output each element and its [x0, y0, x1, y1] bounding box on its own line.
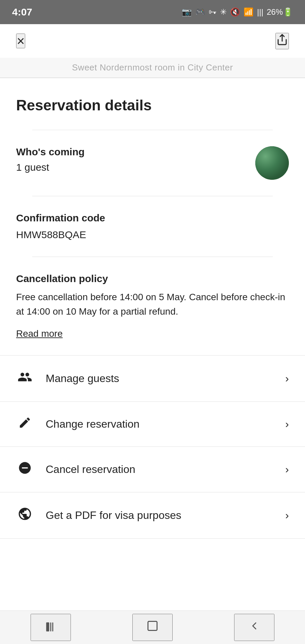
hamburger-icon	[45, 620, 57, 632]
globe-icon	[16, 506, 34, 524]
menu-item-manage-guests[interactable]: Manage guests ›	[0, 356, 305, 401]
chevron-right-icon-1: ›	[285, 372, 289, 385]
confirmation-section: Confirmation code HMW588BQAE	[16, 196, 289, 257]
status-icons: 📷 🎮 🗝 ✳ 🔇 📶 ||| 26%🔋	[182, 7, 293, 17]
manage-guests-label: Manage guests	[46, 372, 119, 385]
menu-item-left-4: Get a PDF for visa purposes	[16, 506, 181, 524]
confirmation-label: Confirmation code	[16, 212, 289, 224]
menu-item-cancel-reservation[interactable]: Cancel reservation ›	[0, 447, 305, 492]
status-time: 4:07	[12, 6, 32, 18]
chevron-right-icon-3: ›	[285, 463, 289, 476]
svg-rect-1	[46, 623, 49, 632]
close-button[interactable]: ×	[16, 34, 25, 48]
who-coming-info: Who's coming 1 guest	[16, 146, 85, 173]
chevron-right-icon-4: ›	[285, 509, 289, 522]
who-coming-section: Who's coming 1 guest	[16, 130, 289, 196]
status-bar: 4:07 📷 🎮 🗝 ✳ 🔇 📶 ||| 26%🔋	[0, 0, 305, 24]
menu-list: Manage guests › Change reservation › Can…	[0, 356, 305, 539]
menu-item-left-2: Change reservation	[16, 416, 139, 432]
mute-icon: 🔇	[230, 7, 240, 17]
key-icon: 🗝	[209, 7, 217, 17]
chevron-right-icon-2: ›	[285, 418, 289, 430]
cancel-icon	[16, 461, 34, 478]
cancellation-text: Free cancellation before 14:00 on 5 May.…	[16, 290, 289, 319]
confirmation-code: HMW588BQAE	[16, 229, 289, 240]
home-icon	[146, 620, 159, 632]
bottom-nav	[0, 610, 305, 644]
people-icon	[16, 370, 34, 387]
back-nav-button[interactable]	[234, 614, 274, 641]
cancellation-section: Cancellation policy Free cancellation be…	[16, 257, 289, 355]
menu-item-get-pdf[interactable]: Get a PDF for visa purposes ›	[0, 492, 305, 538]
top-nav: ×	[0, 24, 305, 58]
bluetooth-icon: ✳	[220, 7, 227, 17]
share-button[interactable]	[275, 33, 289, 49]
svg-rect-3	[52, 623, 53, 632]
share-icon	[276, 34, 288, 46]
who-coming-label: Who's coming	[16, 146, 85, 158]
avatar-image	[255, 146, 289, 180]
main-content: Reservation details Who's coming 1 guest…	[0, 78, 305, 355]
pencil-icon	[16, 416, 34, 432]
cancellation-label: Cancellation policy	[16, 273, 289, 284]
menu-item-left-3: Cancel reservation	[16, 461, 135, 478]
home-nav-button[interactable]	[132, 614, 173, 641]
menu-item-change-reservation[interactable]: Change reservation ›	[0, 402, 305, 446]
change-reservation-label: Change reservation	[46, 418, 139, 430]
battery-level: 26%🔋	[267, 7, 293, 17]
record-icon: 🎮	[195, 7, 205, 17]
svg-rect-2	[50, 623, 51, 632]
svg-rect-4	[148, 622, 157, 631]
cancel-reservation-label: Cancel reservation	[46, 463, 135, 476]
avatar	[255, 146, 289, 180]
back-icon	[248, 620, 260, 632]
signal-bars: |||	[257, 7, 263, 17]
faded-title-text: Sweet Nordernmost room in City Center	[72, 62, 233, 73]
guest-count: 1 guest	[16, 162, 85, 173]
page-title: Reservation details	[16, 78, 289, 130]
menu-nav-button[interactable]	[31, 614, 71, 641]
get-pdf-label: Get a PDF for visa purposes	[46, 509, 181, 522]
wifi-icon: 📶	[244, 7, 254, 17]
bottom-spacer	[0, 539, 305, 579]
camera-icon: 📷	[182, 7, 192, 17]
faded-title-bar: Sweet Nordernmost room in City Center	[0, 58, 305, 78]
menu-item-left-1: Manage guests	[16, 370, 119, 387]
read-more-link[interactable]: Read more	[16, 328, 63, 339]
